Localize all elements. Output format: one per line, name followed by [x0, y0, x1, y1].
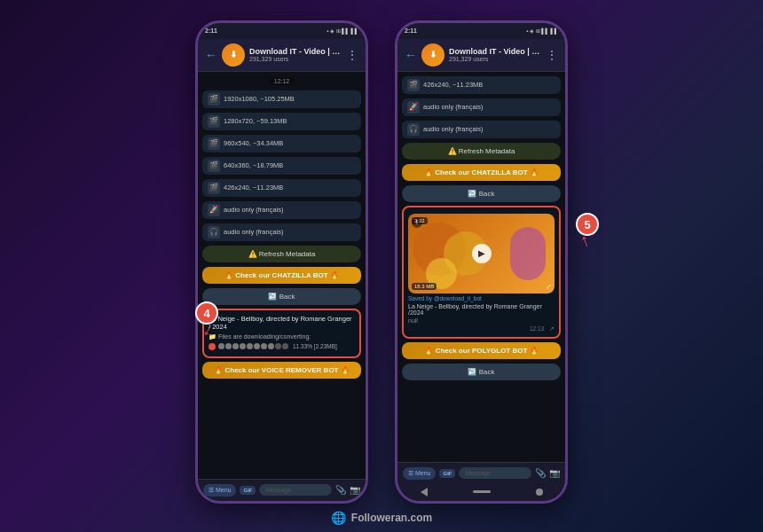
option-360p[interactable]: 🎬 640x360, ~18.79MB [202, 157, 361, 175]
progress-dots [218, 343, 288, 349]
download-subtitle: 📁 Files are downloading/converting: [208, 333, 355, 340]
menu-button-right[interactable]: ☰ Menu [403, 467, 436, 480]
video-thumbnail[interactable]: ⬇ 3:32 18.3 MB ▶ ⤢ [408, 214, 555, 293]
input-bar-left: ☰ Menu GIF Message 📎 📷 [198, 479, 366, 501]
rocket-icon-1: 🚀 [208, 204, 220, 216]
option-audio-r2[interactable]: 🎧 audio only (français) [402, 121, 561, 138]
gif-button-left[interactable]: GIF [240, 486, 256, 495]
option-720p[interactable]: 🎬 1280x720, ~59.13MB [202, 113, 361, 130]
option-1080p[interactable]: 🎬 1920x1080, ~105.25MB [202, 90, 361, 108]
attach-icon-right[interactable]: 📎 [535, 468, 546, 478]
option-audio-1[interactable]: 🚀 audio only (français) [202, 201, 361, 219]
back-btn-right[interactable]: ↩️ Back [402, 185, 561, 202]
polyglot-btn[interactable]: 🔥 Check our POLYGLOT BOT 🔥 [402, 342, 561, 359]
nav-recents-button[interactable] [536, 489, 543, 496]
download-progress-box: La Neige - Bellboy, directed by Romane G… [202, 309, 361, 358]
option-240p-right[interactable]: 🎬 426x240, ~11.23MB [402, 76, 561, 94]
back-button-right[interactable]: ← [405, 48, 417, 62]
channel-avatar-right: ⬇ [421, 43, 444, 66]
attach-icon-left[interactable]: 📎 [335, 485, 346, 495]
nav-back-button[interactable] [421, 488, 428, 497]
globe-icon: 🌐 [331, 511, 346, 525]
header-menu-right[interactable]: ⋮ [546, 48, 558, 62]
status-bar-left: 2:11 ▪ ◈ ⊞ ▌▌ ▌▌ [198, 23, 366, 39]
video-size: 18.3 MB [412, 283, 437, 290]
voice-remover-btn[interactable]: 🔥 Check our VOICE REMOVER BOT 🔥 [202, 362, 361, 379]
msg-time-right: 12:13 ↗ [408, 325, 555, 332]
camera-icon-left[interactable]: 📷 [350, 485, 360, 495]
refresh-metadata-btn-left[interactable]: ⚠️ Refresh Metadata [202, 246, 361, 262]
channel-subtitle-left: 291,329 users [249, 56, 342, 62]
channel-title-left: Download IT - Video | Mus... [249, 47, 342, 56]
status-icons-left: ▪ ◈ ⊞ ▌▌ ▌▌ [326, 27, 358, 34]
video-icon-1: 🎬 [208, 93, 220, 106]
chatzilla-btn-left[interactable]: 🔥 Check our CHATZILLA BOT 🔥 [202, 267, 361, 284]
channel-avatar-left: ⬇ [222, 43, 245, 66]
video-icon-5: 🎬 [208, 182, 220, 194]
chat-area-left: 12:12 🎬 1920x1080, ~105.25MB 🎬 1280x720,… [198, 72, 366, 479]
video-description: La Neige - Bellboy, directed by Romane G… [408, 303, 555, 316]
status-time-right: 2:11 [405, 27, 417, 34]
null-text: null [408, 317, 555, 324]
refresh-metadata-btn-right[interactable]: ⚠️ Refresh Metadata [402, 143, 561, 160]
play-button[interactable]: ▶ [472, 244, 492, 263]
back-btn-left[interactable]: ↩️ Back [202, 288, 361, 305]
input-bar-right: ☰ Menu GIF Message 📎 📷 [397, 462, 565, 484]
headphone-icon-r1: 🎧 [407, 123, 420, 136]
chatzilla-btn-right[interactable]: 🔥 Check our CHATZILLA BOT 🔥 [402, 164, 561, 181]
video-icon-2: 🎬 [208, 115, 220, 128]
left-phone: 2:11 ▪ ◈ ⊞ ▌▌ ▌▌ ← ⬇ Download IT - Video… [195, 20, 368, 504]
progress-bar: 11.33% [2.23MB] [208, 343, 355, 350]
channel-title-right: Download IT - Video | Mus... [449, 47, 541, 56]
option-240p[interactable]: 🎬 426x240, ~11.23MB [202, 179, 361, 197]
expand-icon[interactable]: ⤢ [546, 283, 552, 291]
footer: 🌐 Followeran.com [331, 511, 432, 525]
badge-4: 4 [195, 301, 218, 325]
right-phone: 2:11 ▪ ◈ ⊞ ▌▌ ▌▌ ← ⬇ Download IT - Video… [395, 20, 568, 504]
camera-icon-right[interactable]: 📷 [549, 468, 560, 478]
option-audio-2[interactable]: 🎧 audio only (français) [202, 223, 361, 241]
video-duration: 3:32 [412, 217, 428, 224]
badge-5: 5 [576, 213, 599, 236]
back-button-left[interactable]: ← [205, 48, 217, 62]
option-audio-r1[interactable]: 🚀 audio only (français) [402, 98, 561, 116]
channel-subtitle-right: 291,329 users [449, 56, 541, 62]
page-wrapper: 2:11 ▪ ◈ ⊞ ▌▌ ▌▌ ← ⬇ Download IT - Video… [0, 0, 763, 532]
status-icons-right: ▪ ◈ ⊞ ▌▌ ▌▌ [526, 27, 558, 34]
headphone-icon-1: 🎧 [208, 226, 220, 239]
menu-button-left[interactable]: ☰ Menu [203, 484, 236, 497]
header-menu-left[interactable]: ⋮ [346, 48, 358, 62]
status-time-left: 2:11 [205, 27, 217, 34]
status-bar-right: 2:11 ▪ ◈ ⊞ ▌▌ ▌▌ [397, 23, 565, 39]
video-icon-4: 🎬 [208, 160, 220, 172]
progress-red-dot [208, 343, 216, 350]
message-input-right[interactable]: Message [459, 467, 531, 479]
video-icon-r1: 🎬 [407, 79, 420, 91]
saved-by-label: Saved by @download_it_bot [408, 295, 555, 301]
rocket-icon-r1: 🚀 [407, 101, 420, 113]
chat-header-right: ← ⬇ Download IT - Video | Mus... 291,329… [397, 39, 565, 72]
header-info-left: Download IT - Video | Mus... 291,329 use… [249, 47, 342, 62]
option-540p[interactable]: 🎬 960x540, ~34.34MB [202, 135, 361, 153]
video-icon-3: 🎬 [208, 137, 220, 150]
header-info-right: Download IT - Video | Mus... 291,329 use… [449, 47, 541, 62]
chat-header-left: ← ⬇ Download IT - Video | Mus... 291,329… [198, 39, 366, 72]
chat-area-right: 🎬 426x240, ~11.23MB 🚀 audio only (frança… [397, 72, 565, 462]
footer-text: Followeran.com [351, 512, 432, 524]
timestamp-left: 12:12 [269, 77, 295, 85]
progress-text: 11.33% [2.23MB] [293, 343, 337, 349]
android-bottom-nav [397, 484, 565, 501]
nav-home-button[interactable] [473, 490, 491, 493]
back-btn-right-2[interactable]: ↩️ Back [402, 364, 561, 380]
download-title: La Neige - Bellboy, directed by Romane G… [208, 315, 355, 331]
message-input-left[interactable]: Message [259, 484, 332, 496]
video-message-box: ⬇ 3:32 18.3 MB ▶ ⤢ Saved by @download_it… [402, 206, 561, 339]
gif-button-right[interactable]: GIF [439, 469, 455, 478]
